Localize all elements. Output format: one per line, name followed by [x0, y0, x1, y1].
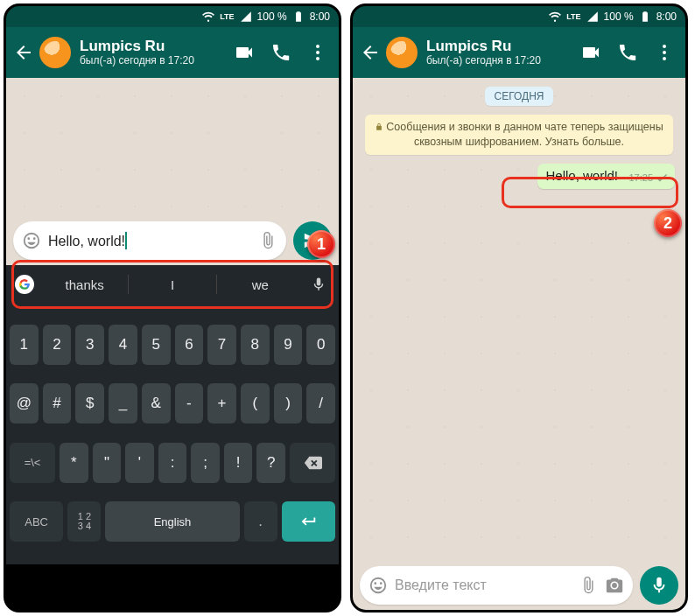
message-time: 17:25: [628, 172, 653, 183]
google-icon[interactable]: [15, 275, 34, 294]
android-status-bar: LTE 100 % 8:00: [353, 6, 685, 27]
key-1[interactable]: 1: [10, 325, 39, 365]
clock: 8:00: [656, 10, 677, 23]
mic-icon: [649, 576, 669, 595]
chat-app-bar: Lumpics Ru был(-а) сегодня в 17:20: [353, 27, 685, 78]
contact-name: Lumpics Ru: [426, 38, 572, 55]
suggestion-2[interactable]: I: [129, 272, 215, 298]
clock: 8:00: [310, 10, 330, 23]
key-squote[interactable]: ': [125, 443, 154, 483]
back-icon[interactable]: [360, 42, 381, 63]
encryption-notice[interactable]: Сообщения и звонки в данном чате теперь …: [365, 115, 673, 155]
key-rparen[interactable]: ): [274, 383, 303, 424]
text-caret: [125, 232, 127, 249]
delivered-check-icon: [656, 173, 668, 182]
key-9[interactable]: 9: [274, 325, 303, 365]
lock-icon: [375, 122, 383, 131]
suggestion-3[interactable]: we: [217, 272, 304, 298]
battery-level: 100 %: [604, 10, 634, 23]
more-menu-icon[interactable]: [307, 42, 328, 63]
contact-title-block[interactable]: Lumpics Ru был(-а) сегодня в 17:20: [426, 38, 572, 66]
key-abc[interactable]: ABC: [10, 501, 63, 542]
key-0[interactable]: 0: [306, 325, 335, 365]
battery-level: 100 %: [257, 10, 287, 23]
date-separator: СЕГОДНЯ: [485, 87, 552, 106]
key-amp[interactable]: &: [142, 383, 171, 424]
contact-status: был(-а) сегодня в 17:20: [80, 55, 225, 67]
key-space[interactable]: English: [105, 501, 239, 542]
contact-avatar[interactable]: [386, 37, 418, 68]
attach-icon[interactable]: [258, 231, 277, 250]
enter-icon: [298, 512, 318, 531]
video-call-icon[interactable]: [234, 42, 255, 63]
suggestion-1[interactable]: thanks: [41, 272, 128, 298]
key-8[interactable]: 8: [241, 325, 270, 365]
key-underscore[interactable]: _: [109, 383, 137, 424]
message-input-box[interactable]: Hello, world!: [13, 221, 286, 260]
on-screen-keyboard: thanks I we 1 2 3 4 5 6 7 8 9 0 @ #: [6, 265, 339, 564]
annotation-badge-1: 1: [307, 230, 335, 258]
key-enter[interactable]: [282, 501, 335, 542]
key-hash[interactable]: #: [43, 383, 72, 424]
key-backspace[interactable]: [290, 443, 335, 483]
message-input-bar: Hello, world!: [6, 216, 339, 265]
chat-body: Hello, world!: [6, 78, 339, 265]
voice-call-icon[interactable]: [270, 42, 291, 63]
battery-icon: [292, 10, 305, 23]
camera-icon[interactable]: [605, 576, 624, 595]
signal-icon: [240, 10, 252, 23]
outgoing-message[interactable]: Hello, world! 17:25: [537, 164, 675, 189]
key-dquote[interactable]: ": [93, 443, 122, 483]
chat-app-bar: Lumpics Ru был(-а) сегодня в 17:20: [6, 27, 339, 78]
emoji-icon[interactable]: [369, 576, 388, 595]
voice-call-icon[interactable]: [617, 42, 638, 63]
key-minus[interactable]: -: [175, 383, 204, 424]
key-bang[interactable]: !: [224, 443, 253, 483]
video-call-icon[interactable]: [580, 42, 601, 63]
screenshot-after: LTE 100 % 8:00 Lumpics Ru был(-а) сегодн…: [350, 4, 688, 612]
key-star[interactable]: *: [60, 443, 88, 483]
contact-status: был(-а) сегодня в 17:20: [426, 55, 572, 67]
signal-icon: [586, 10, 599, 23]
message-input[interactable]: Hello, world!: [48, 232, 251, 249]
key-at[interactable]: @: [10, 383, 39, 424]
screenshot-before: LTE 100 % 8:00 Lumpics Ru был(-а) сегодн…: [4, 4, 341, 612]
message-text: Hello, world!: [545, 168, 618, 183]
message-input-placeholder[interactable]: Введите текст: [395, 578, 572, 593]
key-slash[interactable]: /: [306, 383, 335, 424]
key-3[interactable]: 3: [75, 325, 104, 365]
mic-icon[interactable]: [311, 276, 326, 292]
back-icon[interactable]: [13, 42, 34, 63]
keyboard-suggestion-bar: thanks I we: [6, 265, 339, 304]
key-period[interactable]: .: [244, 501, 277, 542]
key-plus[interactable]: +: [207, 383, 236, 424]
chat-body: СЕГОДНЯ Сообщения и звонки в данном чате…: [353, 78, 685, 610]
key-5[interactable]: 5: [142, 325, 171, 365]
key-lparen[interactable]: (: [241, 383, 270, 424]
attach-icon[interactable]: [579, 576, 598, 595]
key-dollar[interactable]: $: [75, 383, 104, 424]
contact-name: Lumpics Ru: [80, 38, 225, 55]
more-menu-icon[interactable]: [654, 42, 675, 63]
annotation-badge-2: 2: [654, 209, 682, 237]
key-7[interactable]: 7: [207, 325, 236, 365]
key-2[interactable]: 2: [43, 325, 72, 365]
message-input-box[interactable]: Введите текст: [360, 566, 633, 605]
wifi-icon: [202, 10, 214, 23]
key-more-symbols[interactable]: =\<: [10, 443, 55, 483]
key-colon[interactable]: :: [158, 443, 187, 483]
network-type: LTE: [566, 12, 580, 21]
key-4[interactable]: 4: [109, 325, 137, 365]
android-status-bar: LTE 100 % 8:00: [6, 6, 339, 27]
wifi-icon: [549, 10, 561, 23]
key-qmark[interactable]: ?: [256, 443, 285, 483]
contact-avatar[interactable]: [39, 37, 71, 68]
key-numeric[interactable]: 1 2 3 4: [67, 501, 101, 542]
emoji-icon[interactable]: [22, 231, 41, 250]
mic-button[interactable]: [640, 566, 678, 605]
backspace-icon: [303, 453, 322, 472]
battery-icon: [639, 10, 651, 23]
key-6[interactable]: 6: [175, 325, 204, 365]
key-semi[interactable]: ;: [191, 443, 220, 483]
contact-title-block[interactable]: Lumpics Ru был(-а) сегодня в 17:20: [80, 38, 225, 66]
